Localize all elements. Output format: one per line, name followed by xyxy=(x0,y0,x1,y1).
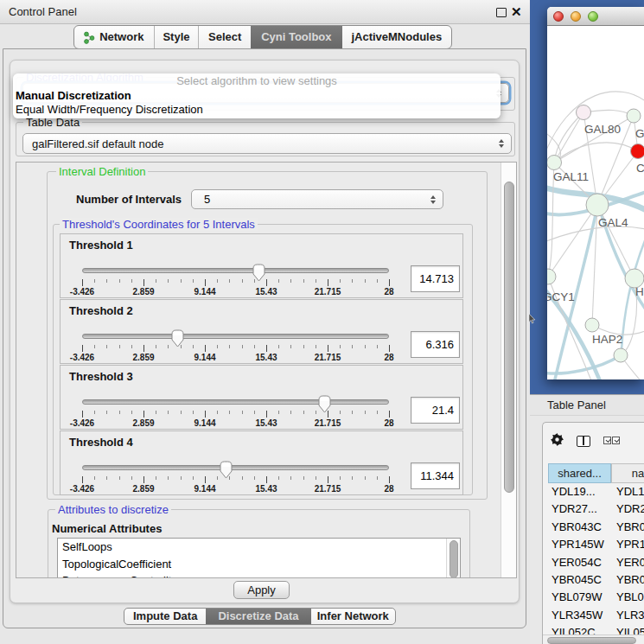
table-row[interactable]: YBR045CYBR045C xyxy=(548,571,644,589)
network-node[interactable] xyxy=(585,318,599,332)
zoom-traffic-light-icon[interactable] xyxy=(588,11,598,22)
slider-track[interactable] xyxy=(82,399,389,405)
slider-tick-label: 9.144 xyxy=(186,418,224,428)
threshold-value-field[interactable]: 14.713 xyxy=(411,265,460,292)
control-panel-titlebar: Control Panel ✕ xyxy=(0,0,530,24)
table-row[interactable]: YBR043CYBR043C xyxy=(548,519,644,536)
slider-tick xyxy=(119,411,120,414)
slider-tick xyxy=(266,345,267,352)
slider-tick xyxy=(217,279,218,283)
network-node[interactable] xyxy=(631,144,644,159)
gear-icon[interactable] xyxy=(551,433,564,450)
attribute-list-item[interactable]: BetweennessCentrality xyxy=(58,572,460,578)
threshold-panel: Threshold 1-3.4262.8599.14415.4321.71528… xyxy=(60,233,463,298)
slider-tick xyxy=(328,279,328,286)
table-row[interactable]: YDR27...YDR27... xyxy=(548,501,644,518)
combobox-arrows-icon xyxy=(499,139,504,148)
table-data-combobox[interactable]: galFiltered.sif default node xyxy=(22,133,512,154)
slider-tick-label: 21.715 xyxy=(309,353,347,362)
numerical-attributes-list[interactable]: SelfLoopsTopologicalCoefficientBetweenne… xyxy=(57,538,461,578)
table-row[interactable]: YBL079WYBL079W xyxy=(548,589,644,606)
slider-tick-label: -3.426 xyxy=(63,484,101,494)
slider-thumb[interactable] xyxy=(220,461,233,479)
slider-track[interactable] xyxy=(82,268,389,273)
tab-discretize-data[interactable]: Discretize Data xyxy=(206,609,310,624)
tab-impute-data[interactable]: Impute Data xyxy=(124,609,206,624)
column-header-1[interactable]: shared... xyxy=(548,463,611,483)
threshold-value-field[interactable]: 11.344 xyxy=(411,462,460,489)
table-data-combobox-value: galFiltered.sif default node xyxy=(32,134,163,154)
slider-tick xyxy=(278,279,279,283)
slider-tick xyxy=(266,476,267,483)
checkbox-icon xyxy=(612,437,620,444)
slider-tick-label: -3.426 xyxy=(63,287,101,296)
settings-vertical-scrollbar[interactable] xyxy=(501,163,517,577)
mouse-cursor xyxy=(528,314,536,325)
tab-jactivemnodules[interactable]: jActiveMNodules xyxy=(342,26,451,48)
slider-track[interactable] xyxy=(82,334,389,339)
tab-network[interactable]: Network xyxy=(74,26,154,48)
network-node[interactable] xyxy=(547,156,562,170)
tab-label: Select xyxy=(208,26,241,48)
float-window-icon[interactable] xyxy=(496,8,507,17)
slider-tick xyxy=(82,345,83,352)
apply-button[interactable]: Apply xyxy=(233,581,290,599)
table-row[interactable]: YDL19...YDL19... xyxy=(548,483,644,501)
minimize-traffic-light-icon[interactable] xyxy=(571,11,581,22)
select-columns-icon[interactable] xyxy=(603,437,620,444)
tab-style[interactable]: Style xyxy=(154,26,199,48)
control-panel-window: Control Panel ✕ NetworkStyleSelectCyni T… xyxy=(0,0,530,644)
close-traffic-light-icon[interactable] xyxy=(553,11,564,22)
attribute-list-item[interactable]: SelfLoops xyxy=(58,539,460,556)
window-title: Control Panel xyxy=(9,0,77,23)
table-row[interactable]: YPR145WYPR145W xyxy=(548,536,644,553)
popup-item[interactable]: Equal Width/Frequency Discretization xyxy=(13,103,501,117)
attributes-list-scrollbar[interactable] xyxy=(446,539,460,578)
network-edge[interactable] xyxy=(554,143,638,163)
threshold-label: Threshold 3 xyxy=(69,370,133,383)
table-horizontal-scrollbar[interactable] xyxy=(543,634,644,644)
popup-item[interactable]: Manual Discretization xyxy=(13,89,501,103)
network-view-window[interactable]: GAL80GACGAL11GAL4GCY1HHAP2 xyxy=(547,7,644,379)
slider-track[interactable] xyxy=(82,465,389,470)
table-row[interactable]: YER054CYER054C xyxy=(548,554,644,571)
tab-cyni-toolbox[interactable]: Cyni Toolbox xyxy=(251,26,342,48)
tab-infer-network[interactable]: Infer Network xyxy=(311,609,395,624)
slider-tick xyxy=(156,476,156,480)
table-rows: YDL19...YDL19...YDR27...YDR27...YBR043CY… xyxy=(548,483,644,642)
network-node[interactable] xyxy=(614,348,628,362)
threshold-panel: Threshold 3-3.4262.8599.14415.4321.71528… xyxy=(60,365,463,430)
network-edge[interactable] xyxy=(554,112,583,163)
slider-tick xyxy=(156,411,156,414)
table-panel: shared...name YDL19...YDL19...YDR27...YD… xyxy=(542,422,644,644)
table-cell: YDL19... xyxy=(616,483,644,501)
network-node[interactable] xyxy=(577,105,591,120)
close-icon[interactable]: ✕ xyxy=(511,0,522,23)
slider-tick xyxy=(377,411,378,414)
tab-label: Cyni Toolbox xyxy=(261,26,331,48)
table-panel-titlebar: Table Panel xyxy=(530,394,644,416)
slider-tick xyxy=(106,476,107,480)
scrollbar-thumb[interactable] xyxy=(547,637,636,644)
bottom-tab-bar: Impute DataDiscretize DataInfer Network xyxy=(124,608,396,625)
slider-tick xyxy=(365,345,366,348)
tab-select[interactable]: Select xyxy=(198,26,251,48)
network-node[interactable] xyxy=(547,269,556,284)
threshold-value-field[interactable]: 21.4 xyxy=(411,397,460,424)
slider-thumb[interactable] xyxy=(318,395,331,413)
number-of-intervals-spinner[interactable]: 5 xyxy=(191,189,443,209)
slider-thumb[interactable] xyxy=(171,329,184,348)
attribute-list-item[interactable]: TopologicalCoefficient xyxy=(58,556,460,573)
network-graph[interactable]: GAL80GACGAL11GAL4GCY1HHAP2 xyxy=(547,27,644,379)
network-node[interactable] xyxy=(627,109,641,123)
table-row[interactable]: YLR345WYLR345W xyxy=(548,607,644,624)
columns-icon[interactable] xyxy=(577,436,590,447)
column-header-2[interactable]: name xyxy=(611,463,644,483)
slider-thumb[interactable] xyxy=(252,264,265,282)
scrollbar-thumb[interactable] xyxy=(450,540,458,578)
scrollbar-thumb[interactable] xyxy=(504,182,514,493)
threshold-value-field[interactable]: 6.316 xyxy=(411,331,460,358)
slider-tick-label: 15.43 xyxy=(247,418,285,428)
network-node[interactable] xyxy=(586,194,609,216)
slider-tick xyxy=(242,411,243,414)
